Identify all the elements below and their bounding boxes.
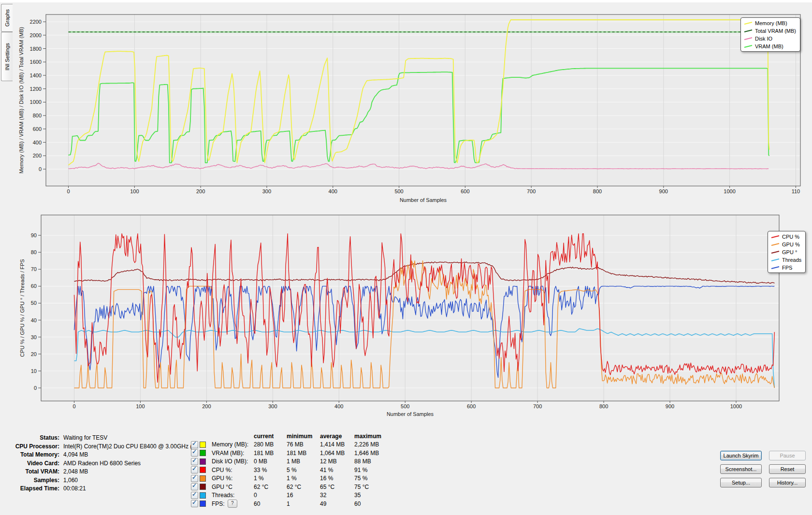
legend-item: CPU % [770, 233, 801, 241]
stats-value-current: 62 °C [254, 484, 287, 490]
swatch-cell [200, 442, 212, 448]
y-axis-title: CPU % / GPU % / GPU ° / Threads / FPS [19, 259, 25, 357]
window-top-strip [0, 0, 812, 2]
pause-button[interactable]: Pause [769, 451, 806, 460]
x-tick-label: 1000 [724, 188, 735, 194]
status-value: 2,048 MB [63, 468, 88, 476]
legend-line-swatch-gpu [770, 242, 780, 247]
stats-value-minimum: 1 MB [287, 458, 320, 465]
status-value: Waiting for TESV [63, 434, 107, 443]
x-tick-label: 100 [130, 188, 139, 194]
launch-skyrim-button[interactable]: Launch Skyrim [720, 451, 762, 460]
tab-label: Graphs [4, 9, 10, 27]
stats-value-current: 181 MB [254, 450, 287, 457]
x-tick-label: 800 [593, 188, 602, 194]
status-label: Samples: [14, 476, 59, 485]
swatch-cell [200, 501, 212, 507]
series-color-swatch [200, 492, 206, 499]
status-value: 1,060 [63, 476, 78, 485]
visibility-checkbox-vram-mb[interactable]: ✓ [191, 449, 198, 457]
x-tick-label: 500 [394, 188, 403, 194]
status-value: 00:08:21 [63, 485, 86, 493]
reset-button[interactable]: Reset [769, 464, 806, 474]
status-label: Total Memory: [14, 451, 59, 459]
legend-item: VRAM (MB) [743, 43, 796, 50]
legend-line-swatch-threads [770, 258, 780, 262]
fps-help-button[interactable]: ? [228, 500, 237, 508]
visibility-checkbox-fps[interactable]: ✓ [191, 500, 198, 507]
visibility-checkbox-threads[interactable]: ✓ [191, 492, 198, 499]
legend-line-swatch-gpu [770, 250, 780, 255]
y-tick-label: 70 [31, 266, 37, 272]
visibility-checkbox-memory-mb[interactable]: ✓ [191, 441, 198, 448]
stats-row-label: Disk I/O (MB): [212, 458, 254, 465]
status-label: Total VRAM: [14, 468, 59, 476]
stats-row-label-text: VRAM (MB): [212, 450, 244, 457]
y-tick-label: 10 [31, 368, 37, 374]
swatch-cell [200, 492, 212, 499]
y-tick-label: 1200 [30, 86, 42, 92]
stats-value-current: 33 % [254, 467, 287, 473]
stats-value-maximum: 88 MB [354, 458, 398, 465]
status-row-video-card: Video Card:AMD Radeon HD 6800 Series [14, 459, 198, 468]
series-color-swatch [200, 442, 206, 448]
x-tick-label: 110 [792, 188, 800, 194]
checkbox-check-icon: ✓ [192, 499, 197, 506]
checkbox-check-icon: ✓ [192, 474, 197, 481]
y-tick-label: 800 [33, 113, 42, 118]
y-tick-label: 1800 [30, 46, 42, 52]
tab-ini-settings[interactable]: INI Settings [1, 32, 13, 81]
status-label: CPU Processor: [14, 443, 59, 451]
status-value: Intel(R) Core(TM)2 Duo CPU E8400 @ 3.00G… [63, 443, 198, 451]
stats-row-label: GPU %: [212, 475, 254, 482]
stats-value-minimum: 62 °C [287, 484, 320, 490]
stats-value-minimum: 5 % [287, 467, 320, 473]
visibility-checkbox-gpu[interactable]: ✓ [191, 475, 198, 482]
history-button[interactable]: History... [769, 478, 806, 487]
x-tick-label: 0 [72, 403, 75, 409]
setup-button[interactable]: Setup... [720, 478, 762, 487]
legend-line-swatch-total-vram-mb [743, 29, 753, 33]
stats-value-average: 32 [320, 492, 354, 499]
x-tick-label: 400 [329, 188, 337, 194]
stats-row-label: Memory (MB): [212, 441, 254, 448]
y-tick-label: 40 [31, 317, 37, 323]
checkbox-check-icon: ✓ [192, 491, 197, 498]
status-row-elapsed-time: Elapsed Time:00:08:21 [14, 485, 198, 493]
legend-line-swatch-memory-mb [743, 21, 753, 26]
swatch-cell [200, 458, 212, 465]
stats-header-average: average [320, 433, 354, 440]
y-tick-label: 80 [31, 249, 37, 255]
stats-value-minimum: 76 MB [287, 441, 320, 448]
y-tick-label: 2200 [30, 19, 42, 25]
status-row-total-memory: Total Memory:4,094 MB [14, 451, 198, 459]
y-tick-label: 200 [33, 153, 42, 158]
y-tick-label: 600 [33, 126, 42, 132]
performance-chart: 0100200300400500600700800900100001020304… [14, 212, 811, 424]
x-tick-label: 300 [262, 188, 271, 194]
swatch-cell [200, 467, 212, 473]
stats-row-label: CPU %: [212, 467, 254, 473]
visibility-checkbox-gpu-c[interactable]: ✓ [191, 483, 198, 490]
x-tick-label: 0 [67, 188, 70, 194]
swatch-cell [200, 484, 212, 490]
x-tick-label: 700 [527, 188, 536, 194]
legend-line-swatch-disk-io [743, 36, 753, 41]
checkbox-check-icon: ✓ [192, 440, 197, 447]
visibility-checkbox-disk-i-o-mb[interactable]: ✓ [191, 458, 198, 465]
visibility-checkbox-cpu[interactable]: ✓ [191, 466, 198, 473]
swatch-cell [200, 450, 212, 456]
tab-graphs[interactable]: Graphs [1, 4, 13, 32]
stats-value-average: 49 [320, 501, 354, 507]
plot-area [41, 215, 779, 401]
legend-label: VRAM (MB) [755, 43, 783, 49]
stats-value-average: 16 % [320, 475, 354, 482]
status-row-total-vram: Total VRAM:2,048 MB [14, 468, 198, 476]
legend-label: Memory (MB) [755, 20, 787, 26]
x-tick-label: 600 [461, 188, 469, 194]
screenshot-button[interactable]: Screenshot... [720, 464, 762, 474]
y-tick-label: 400 [33, 140, 42, 145]
status-label: Video Card: [14, 459, 59, 468]
x-tick-label: 700 [533, 403, 542, 409]
stats-value-maximum: 75 °C [354, 484, 398, 490]
